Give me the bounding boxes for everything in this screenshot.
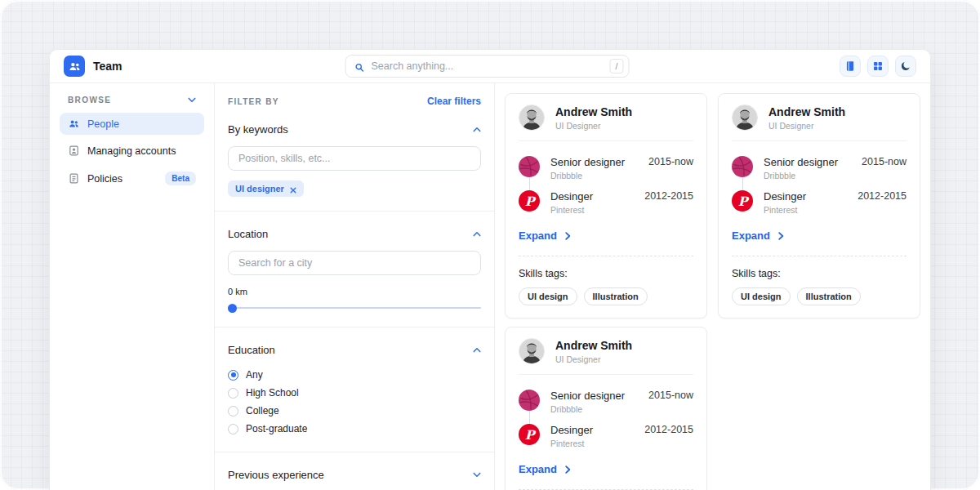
person-name: Andrew Smith <box>555 339 632 352</box>
radio-label: High School <box>246 387 299 399</box>
radio-label: College <box>246 405 279 416</box>
radio-label: Any <box>246 369 263 381</box>
radio-button[interactable] <box>228 388 238 399</box>
experience-company: Pinterest <box>764 205 847 215</box>
keywords-section-header[interactable]: By keywords <box>228 123 481 136</box>
book-icon <box>844 60 856 72</box>
radio-button[interactable] <box>228 406 238 416</box>
skill-tag: Illustration <box>584 287 648 305</box>
person-card: Andrew Smith UI Designer Senior designer… <box>505 327 707 490</box>
document-icon <box>68 172 80 185</box>
apps-button[interactable] <box>867 56 889 77</box>
global-search[interactable]: / <box>345 55 630 78</box>
experience-company: Pinterest <box>550 205 634 215</box>
city-search-input[interactable] <box>228 251 481 275</box>
beta-badge: Beta <box>165 172 196 185</box>
chevron-down-icon <box>473 472 481 478</box>
previous-experience-section-header[interactable]: Previous experience <box>228 469 481 481</box>
clear-filters-link[interactable]: Clear filters <box>427 96 481 107</box>
dark-mode-button[interactable] <box>895 56 916 77</box>
close-icon[interactable] <box>290 185 296 192</box>
radio-button[interactable] <box>228 370 238 381</box>
chevron-up-icon <box>473 347 481 353</box>
experience-period: 2015-now <box>862 156 906 167</box>
experience-period: 2015-now <box>648 156 693 167</box>
app-logo[interactable]: Team <box>64 56 122 77</box>
expand-button[interactable]: Expand <box>519 463 571 475</box>
divider <box>732 140 906 141</box>
experience-company: Pinterest <box>550 439 634 448</box>
expand-button[interactable]: Expand <box>519 229 571 242</box>
education-label: Education <box>228 344 275 356</box>
sidebar: BROWSE People Managing accounts Policies… <box>50 83 215 490</box>
education-option-post-graduate[interactable]: Post-graduate <box>228 420 481 438</box>
person-card: Andrew Smith UI Designer Senior designer… <box>505 93 707 318</box>
sidebar-item-people[interactable]: People <box>60 113 204 135</box>
experience-row: P Desinger Pinterest 2012-2015 <box>519 185 693 220</box>
grid-icon <box>872 60 884 72</box>
person-role: UI Designer <box>555 354 632 364</box>
header-actions <box>840 56 916 77</box>
chevron-up-icon <box>473 127 481 132</box>
experience-company: Dribbble <box>550 171 638 180</box>
experience-title: Senior designer <box>764 156 851 168</box>
dribbble-icon <box>519 156 540 177</box>
divider <box>215 327 494 327</box>
experience-timeline: Senior designer Dribbble 2015-now P Desi… <box>732 151 906 220</box>
search-input[interactable] <box>372 60 604 72</box>
experience-title: Senior designer <box>550 390 638 402</box>
experience-row: P Desinger Pinterest 2012-2015 <box>519 419 693 453</box>
pinterest-icon: P <box>519 424 540 445</box>
distance-slider[interactable] <box>228 303 481 313</box>
experience-title: Senior designer <box>550 156 638 168</box>
sidebar-item-label: People <box>87 118 119 130</box>
experience-period: 2012-2015 <box>644 424 693 435</box>
education-option-any[interactable]: Any <box>228 366 481 384</box>
location-section-header[interactable]: Location <box>228 228 481 240</box>
avatar <box>732 105 758 131</box>
dribbble-icon <box>732 156 753 177</box>
previous-experience-label: Previous experience <box>228 469 324 481</box>
expand-button[interactable]: Expand <box>732 229 784 242</box>
sidebar-item-label: Managing accounts <box>87 145 176 157</box>
keywords-label: By keywords <box>228 123 288 136</box>
sidebar-item-policies[interactable]: Policies Beta <box>60 167 204 190</box>
experience-title: Desinger <box>550 190 634 203</box>
experience-timeline: Senior designer Dribbble 2015-now P Desi… <box>519 385 693 453</box>
filter-by-label: FILTER BY <box>228 97 279 106</box>
keywords-input[interactable] <box>228 146 481 171</box>
experience-row: Senior designer Dribbble 2015-now <box>519 151 693 185</box>
sidebar-item-managing-accounts[interactable]: Managing accounts <box>60 140 204 162</box>
education-option-college[interactable]: College <box>228 402 481 420</box>
location-label: Location <box>228 228 268 240</box>
pinterest-icon: P <box>732 190 753 212</box>
browse-label: BROWSE <box>68 96 111 105</box>
skill-tag: Illustration <box>797 287 861 305</box>
experience-row: P Desinger Pinterest 2012-2015 <box>732 185 906 220</box>
app-header: Team / <box>50 50 930 83</box>
card-header: Andrew Smith UI Designer <box>519 338 693 364</box>
library-button[interactable] <box>840 56 861 77</box>
skills-tags: UI designIllustration <box>732 287 906 305</box>
radio-button[interactable] <box>228 424 238 434</box>
sidebar-item-label: Policies <box>87 173 122 185</box>
experience-row: Senior designer Dribbble 2015-now <box>732 151 906 185</box>
card-header: Andrew Smith UI Designer <box>732 105 906 131</box>
app-window: Team / BROWSE People Managing accounts <box>49 49 931 490</box>
experience-period: 2012-2015 <box>644 190 693 202</box>
experience-period: 2015-now <box>648 390 693 401</box>
experience-title: Desinger <box>550 424 634 436</box>
divider <box>215 211 494 212</box>
divider-dashed <box>519 256 693 256</box>
sidebar-section-header[interactable]: BROWSE <box>60 94 204 113</box>
filter-panel: FILTER BY Clear filters By keywords UI d… <box>215 83 495 490</box>
person-role: UI Designer <box>555 121 632 131</box>
education-section-header[interactable]: Education <box>228 344 481 356</box>
search-icon <box>354 61 365 72</box>
keyword-tag[interactable]: UI designer <box>228 180 304 197</box>
slider-thumb[interactable] <box>228 304 237 313</box>
chevron-right-icon <box>565 232 571 240</box>
education-option-high-school[interactable]: High School <box>228 384 481 402</box>
skills-tags-label: Skills tags: <box>519 268 693 279</box>
skill-tag: UI design <box>519 287 577 305</box>
